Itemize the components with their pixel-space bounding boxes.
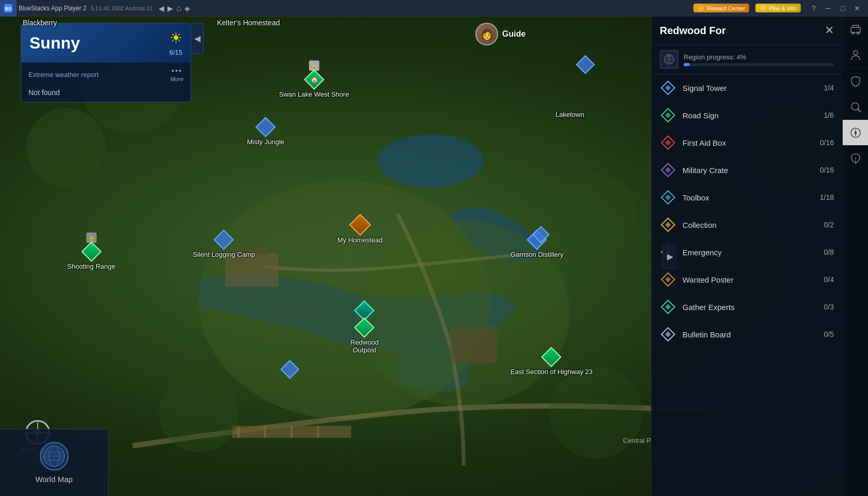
central-p-label: Central P: [623, 437, 651, 444]
panel-item-collection[interactable]: Collection 0/2: [652, 211, 842, 239]
item-name-3: Military Crate: [683, 166, 814, 175]
item-count-9: 0/5: [824, 330, 834, 338]
weather-collapse-btn[interactable]: ◀: [191, 23, 204, 54]
sidebar-leaf-btn[interactable]: [843, 146, 869, 172]
map-label-laketown: Laketown: [555, 111, 584, 118]
weather-more-btn[interactable]: ••• More: [171, 67, 183, 82]
item-name-0: Signal Tower: [683, 84, 818, 92]
item-icon-1: [660, 107, 676, 123]
item-icon-3: [660, 162, 676, 178]
play-win-btn[interactable]: 🪙 Play & Win: [755, 4, 801, 12]
panel-items-list: Signal Tower 1/4 Road Sign 1/6 First Aid…: [652, 74, 842, 348]
item-name-8: Gather Experts: [683, 303, 818, 312]
weather-bottom: Extreme weather report ••• More: [21, 63, 191, 86]
map-location-logging-camp[interactable]: Silent Logging Camp: [193, 233, 255, 258]
signal-icon-highway: [283, 363, 297, 376]
close-btn[interactable]: ✕: [850, 2, 864, 15]
item-count-7: 0/4: [824, 275, 834, 284]
minimize-btn[interactable]: ─: [822, 2, 835, 15]
svg-rect-10: [225, 254, 278, 287]
panel-close-btn[interactable]: ✕: [825, 24, 834, 37]
panel-item-wanted-poster[interactable]: Wanted Poster 0/4: [652, 266, 842, 293]
game-area: Sunny ☀ 6/15 Extreme weather report ••• …: [0, 17, 868, 496]
coin-icon: 🪙: [760, 5, 767, 11]
panel-item-toolbox[interactable]: Toolbox 1/18: [652, 184, 842, 211]
map-location-shooting-range[interactable]: 🔒 Shooting Range: [67, 233, 115, 270]
weather-dots: •••: [172, 67, 182, 75]
guide-avatar: 👩: [475, 23, 498, 45]
app-icon: BS: [0, 0, 17, 17]
panel-item-first-aid-box[interactable]: First Aid Box 0/16: [652, 129, 842, 157]
help-btn[interactable]: ?: [807, 2, 820, 15]
signal-tower-icon: [579, 58, 592, 71]
map-location-swan-lake[interactable]: 🔒 🏠 Swan Lake West Shore: [279, 60, 349, 98]
world-map-label: World Map: [35, 475, 72, 484]
svg-point-35: [854, 51, 858, 55]
guide-btn[interactable]: 👩 Guide: [475, 23, 525, 45]
right-sidebar: [842, 17, 868, 496]
item-icon-4: [660, 189, 676, 206]
item-count-6: 0/8: [824, 248, 834, 256]
map-label-homestead: My Homestead: [337, 236, 382, 244]
app-title: BlueStacks App Player 2: [17, 5, 88, 12]
map-label-highway: East Section of Highway 23: [510, 368, 593, 376]
nav-home-btn[interactable]: ⌂: [176, 4, 181, 13]
item-name-9: Bulletin Board: [683, 330, 818, 339]
panel-item-road-sign[interactable]: Road Sign 1/6: [652, 102, 842, 129]
region-progress-bar-fill: [684, 63, 690, 66]
svg-point-13: [26, 108, 106, 188]
item-name-4: Toolbox: [683, 193, 814, 202]
svg-rect-12: [451, 327, 497, 363]
panel-expand-btn[interactable]: ▶: [662, 244, 677, 269]
weather-top: Sunny ☀ 6/15: [21, 23, 191, 63]
map-location-homestead[interactable]: My Homestead: [337, 217, 382, 244]
map-location-misty-jungle[interactable]: Misty Jungle: [247, 120, 284, 146]
weather-widget: Sunny ☀ 6/15 Extreme weather report ••• …: [21, 23, 191, 102]
sidebar-compass-btn[interactable]: [843, 120, 869, 146]
map-label-misty-jungle: Misty Jungle: [247, 138, 284, 146]
item-count-4: 1/18: [820, 193, 834, 202]
title-nav: ◀ ▶ ⌂ ◈: [154, 4, 194, 13]
titlebar: BS BlueStacks App Player 2 5.11.42.1002 …: [0, 0, 868, 17]
svg-point-34: [857, 32, 859, 34]
window-controls: ? ─ □ ✕: [807, 2, 864, 15]
sidebar-search-btn[interactable]: [843, 94, 869, 120]
item-name-1: Road Sign: [683, 111, 818, 120]
panel-item-military-crate[interactable]: Military Crate 0/16: [652, 157, 842, 184]
app-version: 5.11.42.1002 Android 11: [88, 5, 154, 11]
sidebar-vehicle-btn[interactable]: [843, 17, 869, 42]
map-location-highway[interactable]: East Section of Highway 23: [510, 350, 593, 376]
region-info: Region progress: 4%: [684, 53, 834, 66]
panel-item-bulletin-board[interactable]: Bulletin Board 0/5: [652, 321, 842, 348]
map-location-redwood-outpost[interactable]: RedwoodOutpost: [350, 303, 379, 354]
panel-item-emergency[interactable]: Emergency 0/8: [652, 239, 842, 266]
nav-forward-btn[interactable]: ▶: [167, 4, 173, 12]
crown-icon: 👑: [698, 5, 705, 11]
world-map-btn[interactable]: World Map: [0, 429, 109, 496]
maximize-btn[interactable]: □: [836, 2, 849, 15]
panel-item-signal-tower[interactable]: Signal Tower 1/4: [652, 74, 842, 102]
panel-item-gather-experts[interactable]: Gather Experts 0/3: [652, 293, 842, 321]
item-count-2: 0/16: [820, 138, 834, 147]
right-panel: Redwood For ✕ Region progress: 4%: [651, 17, 842, 496]
item-icon-9: [660, 326, 676, 343]
svg-point-2: [378, 134, 484, 188]
weather-more-label: More: [171, 76, 183, 82]
region-icon: [660, 50, 678, 69]
region-progress-section: Region progress: 4%: [652, 45, 842, 74]
item-count-5: 0/2: [824, 221, 834, 229]
region-progress-bar-bg: [684, 63, 834, 66]
reward-center-btn[interactable]: 👑 Reward Center: [693, 4, 749, 12]
sidebar-shield-btn[interactable]: [843, 68, 869, 94]
weather-condition: Sunny: [29, 34, 163, 53]
sidebar-person-btn[interactable]: [843, 42, 869, 68]
nav-bookmark-btn[interactable]: ◈: [184, 4, 190, 12]
item-icon-0: [660, 80, 676, 96]
svg-point-41: [855, 132, 857, 134]
weather-counter: 6/15: [169, 49, 182, 56]
svg-point-18: [159, 373, 239, 453]
map-label-logging-camp: Silent Logging Camp: [193, 251, 255, 258]
item-icon-2: [660, 134, 676, 151]
region-progress-label: Region progress: 4%: [684, 53, 834, 61]
nav-back-btn[interactable]: ◀: [159, 4, 164, 12]
